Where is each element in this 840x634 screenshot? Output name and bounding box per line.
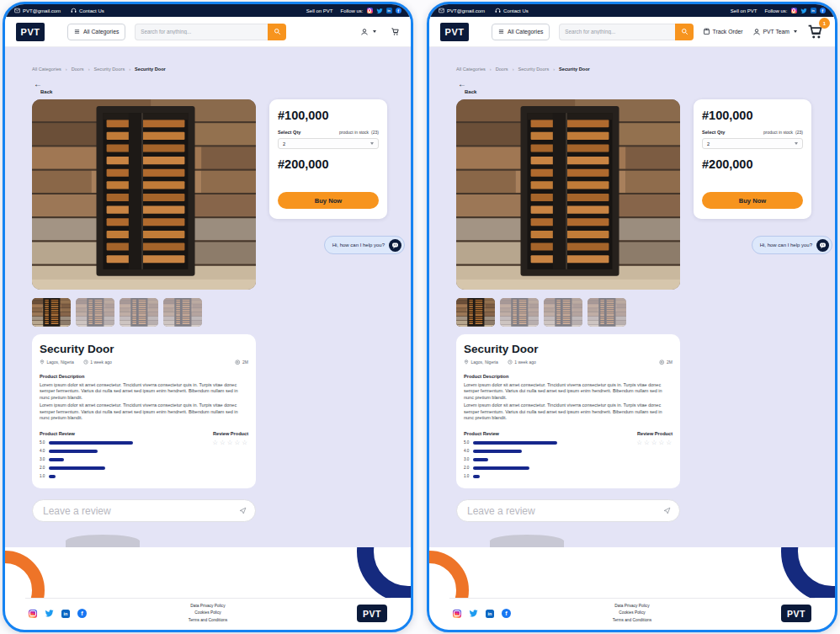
- all-categories-label: All Categories: [508, 29, 543, 35]
- send-icon[interactable]: [239, 507, 247, 514]
- star-icon[interactable]: [242, 439, 248, 446]
- navy-arc-decoration: [357, 547, 411, 598]
- facebook-icon[interactable]: [396, 8, 402, 14]
- chatbot-icon[interactable]: [389, 239, 401, 252]
- thumbnail-1-selected[interactable]: [456, 298, 495, 327]
- instagram-icon[interactable]: [29, 610, 37, 618]
- breadcrumb-doors[interactable]: Doors: [72, 67, 90, 72]
- star-icon[interactable]: [212, 439, 219, 446]
- footer-link-terms[interactable]: Terms and Conditions: [613, 617, 651, 624]
- thumbnail-3[interactable]: [120, 298, 158, 327]
- user-icon: [360, 28, 369, 36]
- account-menu[interactable]: [360, 28, 376, 36]
- twitter-icon[interactable]: [376, 8, 383, 14]
- star-icon[interactable]: [644, 439, 651, 446]
- linkedin-icon[interactable]: [61, 610, 70, 618]
- star-icon[interactable]: [659, 439, 666, 446]
- star-icon[interactable]: [666, 439, 673, 446]
- thumbnail-1-selected[interactable]: [32, 298, 71, 327]
- topbar-contact-label: Contact Us: [79, 8, 104, 13]
- search-button[interactable]: [268, 24, 286, 40]
- instagram-icon[interactable]: [367, 8, 373, 13]
- star-icon[interactable]: [636, 439, 643, 446]
- sell-on-pvt-link[interactable]: Sell on PVT: [731, 8, 758, 13]
- breadcrumb-current: Security Door: [559, 67, 590, 72]
- breadcrumb-security-doors[interactable]: Security Doors: [94, 67, 131, 72]
- pvt-logo[interactable]: PVT: [16, 23, 45, 41]
- breadcrumb-security-doors[interactable]: Security Doors: [518, 67, 556, 72]
- back-button[interactable]: Back: [458, 80, 480, 94]
- description-paragraph-1: Lorem ipsum dolor sit amet consectetur. …: [464, 382, 673, 402]
- topbar-email[interactable]: PVT@gmail.com: [439, 8, 485, 13]
- topbar-email[interactable]: PVT@gmail.com: [14, 8, 61, 13]
- account-menu[interactable]: PVT Team: [752, 28, 797, 36]
- back-button[interactable]: Back: [34, 80, 56, 94]
- quantity-select[interactable]: 2: [702, 138, 803, 149]
- product-details-card: Security Door Lagos, Nigeria 1 week ago: [456, 334, 680, 488]
- all-categories-button[interactable]: All Categories: [67, 24, 125, 40]
- buy-now-button[interactable]: Buy Now: [702, 192, 803, 209]
- cart-icon: [391, 27, 400, 36]
- product-review-heading: Product Review: [40, 431, 133, 436]
- search-input[interactable]: [135, 24, 268, 40]
- facebook-icon[interactable]: [820, 8, 827, 14]
- twitter-icon[interactable]: [469, 609, 478, 618]
- sell-on-pvt-link[interactable]: Sell on PVT: [306, 8, 333, 13]
- thumbnail-4[interactable]: [587, 298, 626, 327]
- search-icon: [681, 28, 688, 35]
- star-icon[interactable]: [651, 439, 658, 446]
- rating-stars[interactable]: [636, 439, 673, 446]
- cart-button[interactable]: 1: [806, 23, 824, 40]
- leave-review-input[interactable]: [41, 504, 239, 518]
- chat-widget[interactable]: Hi, how can I help you?: [752, 236, 832, 254]
- twitter-icon[interactable]: [800, 8, 807, 14]
- search-input[interactable]: [559, 24, 675, 40]
- decorative-dome: [490, 535, 564, 547]
- footer-pvt-logo: PVT: [357, 605, 387, 622]
- facebook-icon[interactable]: [502, 609, 511, 618]
- orange-arc-decoration: [5, 551, 45, 598]
- description-heading: Product Description: [40, 374, 248, 379]
- linkedin-icon[interactable]: [386, 8, 392, 13]
- facebook-icon[interactable]: [77, 609, 87, 618]
- thumbnail-4[interactable]: [163, 298, 202, 327]
- footer-link-privacy[interactable]: Data Privacy Policy: [189, 603, 227, 610]
- leave-review-input[interactable]: [465, 504, 663, 518]
- buy-now-button[interactable]: Buy Now: [278, 192, 379, 209]
- footer-link-cookies[interactable]: Cookies Policy: [613, 610, 651, 616]
- instagram-icon[interactable]: [791, 8, 797, 13]
- linkedin-icon[interactable]: [486, 610, 494, 618]
- footer-link-terms[interactable]: Terms and Conditions: [189, 617, 227, 624]
- quantity-select[interactable]: 2: [278, 138, 379, 149]
- footer-link-privacy[interactable]: Data Privacy Policy: [613, 603, 651, 610]
- breadcrumb-all-categories[interactable]: All Categories: [32, 67, 67, 72]
- twitter-icon[interactable]: [45, 609, 54, 618]
- description-paragraph-2: Lorem ipsum dolor sit amet consectetur. …: [40, 402, 248, 422]
- footer-link-cookies[interactable]: Cookies Policy: [189, 610, 227, 616]
- chatbot-icon[interactable]: [816, 239, 829, 252]
- stock-count: (23): [371, 130, 379, 135]
- send-icon[interactable]: [663, 507, 671, 514]
- thumbnail-3[interactable]: [544, 298, 582, 327]
- topbar-contact-us[interactable]: Contact Us: [71, 8, 104, 13]
- instagram-icon[interactable]: [453, 610, 461, 618]
- navy-arc-decoration: [781, 547, 835, 598]
- linkedin-icon[interactable]: [811, 8, 816, 13]
- all-categories-button[interactable]: All Categories: [492, 24, 550, 40]
- thumbnail-2[interactable]: [500, 298, 539, 327]
- cart-button[interactable]: [391, 27, 400, 36]
- search-button[interactable]: [675, 24, 694, 40]
- topbar-contact-us[interactable]: Contact Us: [495, 8, 529, 13]
- clock-icon: [508, 360, 513, 365]
- star-icon[interactable]: [235, 439, 242, 446]
- location-pin-icon: [464, 360, 469, 365]
- star-icon[interactable]: [220, 439, 226, 446]
- thumbnail-2[interactable]: [76, 298, 114, 327]
- rating-stars[interactable]: [212, 439, 248, 446]
- breadcrumb-all-categories[interactable]: All Categories: [456, 67, 492, 72]
- star-icon[interactable]: [227, 439, 234, 446]
- pvt-logo[interactable]: PVT: [440, 23, 469, 41]
- chat-widget[interactable]: Hi, how can I help you?: [324, 236, 405, 254]
- breadcrumb-doors[interactable]: Doors: [496, 67, 514, 72]
- track-order-button[interactable]: Track Order: [703, 28, 743, 35]
